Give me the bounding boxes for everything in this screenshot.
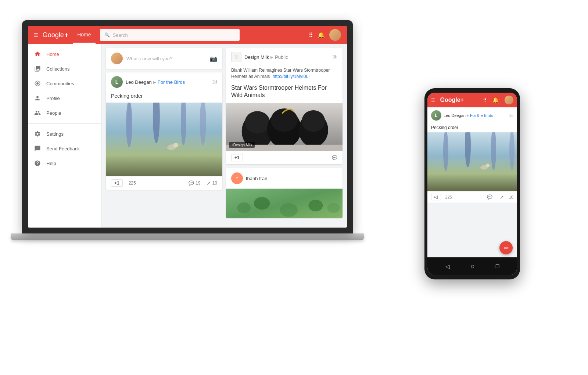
- phone-comment-icon[interactable]: 💬: [487, 194, 492, 200]
- dm-comment-icon: 💬: [332, 155, 337, 160]
- dm-plusone-button[interactable]: +1: [231, 154, 243, 161]
- thanh-image: [226, 189, 343, 218]
- laptop-logo: Google +: [43, 31, 69, 39]
- laptop-body: ≡ Google + Home 🔍 Search ⠿ 🔔: [22, 20, 353, 233]
- laptop-base: [11, 233, 364, 240]
- phone-author-name: Leo Deegan: [444, 113, 466, 118]
- dm-post-header: 🥛 Design Milk ▶ Public 3h: [226, 48, 343, 66]
- svg-point-22: [280, 203, 298, 217]
- phone-header: ≡ Google+ ⠿ 🔔: [427, 93, 517, 107]
- comment-button[interactable]: 💬 19: [189, 181, 200, 186]
- sidebar-help-label: Help: [46, 161, 56, 166]
- sidebar-item-communities[interactable]: Communities: [28, 76, 101, 91]
- svg-rect-25: [427, 132, 517, 191]
- compose-placeholder[interactable]: What's new with you?: [126, 56, 206, 61]
- thanh-header: t thanh tran: [226, 168, 343, 189]
- comment-icon: 💬: [189, 181, 194, 186]
- post-avatar: L: [111, 76, 123, 88]
- phone-recent-button[interactable]: □: [496, 263, 499, 269]
- share-count: 10: [212, 181, 217, 186]
- header-icons: ⠿ 🔔: [309, 29, 341, 41]
- svg-point-23: [308, 200, 323, 211]
- svg-point-1: [36, 82, 39, 85]
- phone-user-avatar[interactable]: [505, 96, 513, 104]
- svg-point-20: [237, 203, 251, 213]
- dm-plus-icon: +1: [234, 155, 240, 160]
- phone-plusone-button[interactable]: +1: [431, 194, 441, 200]
- post-community[interactable]: For the Birds: [158, 79, 185, 85]
- scene: ≡ Google + Home 🔍 Search ⠿ 🔔: [0, 0, 588, 375]
- dm-post-text: Blank William Reimagines Star Wars Storm…: [226, 66, 343, 83]
- communities-icon: [34, 80, 41, 87]
- sidebar-people-label: People: [46, 110, 61, 116]
- user-avatar[interactable]: [329, 29, 341, 41]
- laptop-search-bar[interactable]: 🔍 Search: [100, 29, 240, 41]
- sidebar-item-help[interactable]: Help: [28, 156, 101, 171]
- post-author-name: Leo Deegan: [126, 79, 152, 85]
- camera-icon[interactable]: 📷: [210, 55, 217, 62]
- sidebar-item-home[interactable]: Home: [28, 47, 101, 61]
- post-title: Pecking order: [106, 92, 222, 103]
- post-author-line: Leo Deegan ▶ For the Birds: [126, 79, 209, 85]
- post-meta: Leo Deegan ▶ For the Birds: [126, 79, 209, 85]
- sidebar-communities-label: Communities: [46, 81, 74, 86]
- phone-home-button[interactable]: ○: [471, 262, 475, 270]
- post-actions: +1 225 💬 19 ↗: [106, 176, 222, 190]
- sidebar-item-collections[interactable]: Collections: [28, 61, 101, 76]
- phone-fab-button[interactable]: ✏: [499, 241, 513, 254]
- post-time: 2d: [212, 79, 217, 85]
- svg-point-26: [443, 132, 448, 171]
- svg-point-21: [254, 197, 270, 210]
- sidebar-item-profile[interactable]: Profile: [28, 91, 101, 106]
- bird-background: [106, 103, 222, 176]
- dm-link[interactable]: http://bit.ly/1MyI0LI: [273, 74, 310, 79]
- phone-bell-icon[interactable]: 🔔: [492, 97, 499, 103]
- phone-post-time: 3d: [509, 114, 513, 118]
- help-icon: [34, 160, 41, 167]
- helmet-image: +Design Milk: [226, 103, 343, 151]
- sidebar-item-people[interactable]: People: [28, 106, 101, 120]
- phone-share-count: 10: [509, 195, 513, 199]
- phone-apps-icon[interactable]: ⠿: [483, 97, 487, 103]
- dm-icon: 🥛: [231, 52, 241, 62]
- dm-post-meta: Design Milk ▶ Public: [244, 54, 330, 60]
- home-icon: [34, 50, 41, 58]
- phone-post-avatar: L: [431, 110, 441, 121]
- share-button[interactable]: ↗ 10: [207, 180, 217, 186]
- plusone-button[interactable]: +1: [111, 179, 123, 187]
- phone-post-meta: Leo Deegan ▶ For the Birds: [444, 113, 507, 118]
- notifications-icon[interactable]: 🔔: [318, 32, 325, 39]
- hamburger-icon[interactable]: ≡: [34, 31, 38, 39]
- svg-point-24: [327, 203, 340, 213]
- phone-hamburger-icon[interactable]: ≡: [431, 96, 435, 104]
- apps-icon[interactable]: ⠿: [309, 32, 313, 39]
- thanh-name: thanh tran: [246, 176, 268, 181]
- dm-time: 3h: [333, 54, 337, 60]
- sidebar-settings-label: Settings: [46, 131, 64, 137]
- phone-author-line: Leo Deegan ▶ For the Birds: [444, 113, 507, 118]
- compose-card[interactable]: What's new with you? 📷: [106, 48, 222, 69]
- phone-post-title: Pecking order: [427, 124, 517, 132]
- post-header: L Leo Deegan ▶ For the Birds 2d: [106, 72, 222, 92]
- search-placeholder: Search: [113, 32, 128, 38]
- phone-share-icon[interactable]: ↗: [500, 194, 504, 200]
- sidebar-item-feedback[interactable]: Send Feedback: [28, 141, 101, 156]
- phone-bird-image: [427, 132, 517, 191]
- post-arrow: ▶: [153, 80, 156, 84]
- svg-point-31: [486, 164, 490, 167]
- phone-community[interactable]: For the Birds: [470, 113, 493, 118]
- profile-icon: [34, 94, 41, 102]
- people-icon: [34, 109, 41, 117]
- phone-screen: ≡ Google+ ⠿ 🔔 L Leo Deegan ▶: [427, 93, 517, 275]
- home-nav-tab[interactable]: Home: [73, 26, 95, 44]
- phone-post-header: L Leo Deegan ▶ For the Birds 3d: [427, 107, 517, 124]
- plus-icon: +1: [114, 181, 119, 186]
- phone-back-button[interactable]: ◁: [445, 263, 450, 270]
- dm-arrow: ▶: [270, 55, 273, 59]
- sidebar-collections-label: Collections: [46, 66, 70, 72]
- sidebar-item-settings[interactable]: Settings: [28, 126, 101, 141]
- phone-fab-icon: ✏: [504, 244, 509, 251]
- dm-comment-button[interactable]: 💬: [332, 155, 337, 160]
- feedback-icon: [34, 145, 41, 152]
- dm-post-actions: +1 💬: [226, 151, 343, 164]
